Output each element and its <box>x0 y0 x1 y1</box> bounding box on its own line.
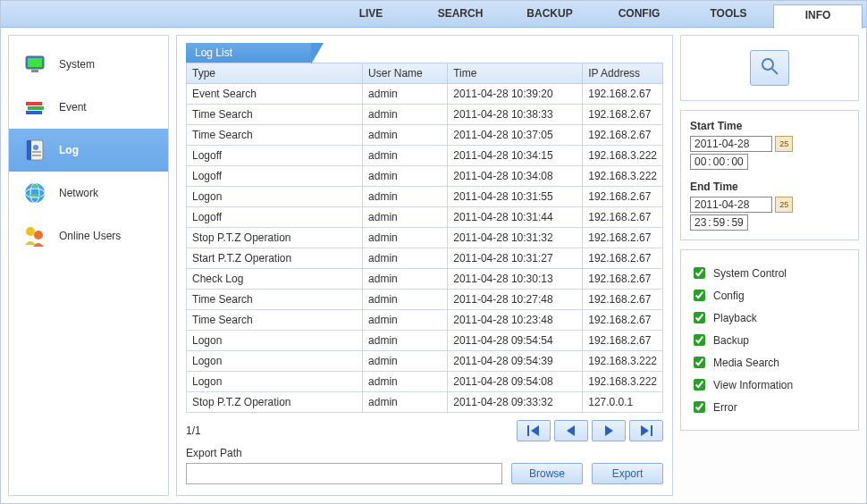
online-users-icon <box>23 224 46 248</box>
checkbox[interactable] <box>694 379 705 391</box>
cell-ip: 192.168.2.67 <box>583 290 663 310</box>
top-tab-live[interactable]: LIVE <box>326 1 416 27</box>
end-time-input[interactable]: 23:59:59 <box>690 214 748 231</box>
export-path-input[interactable] <box>186 463 502 484</box>
cell-time: 2011-04-28 09:33:32 <box>448 392 583 413</box>
cell-type: Logon <box>187 331 363 351</box>
end-ss[interactable]: 59 <box>729 216 745 229</box>
search-button[interactable] <box>750 50 789 86</box>
table-row[interactable]: Logonadmin2011-04-28 09:54:08192.168.3.2… <box>187 372 663 392</box>
cell-type: Time Search <box>187 125 363 146</box>
start-date-input[interactable]: 2011-04-28 <box>690 136 772 152</box>
svg-point-15 <box>34 231 43 239</box>
event-icon <box>23 96 46 119</box>
sidebar-item-log[interactable]: Log <box>9 129 168 172</box>
start-hh[interactable]: 00 <box>693 155 708 168</box>
cell-user: admin <box>363 146 448 166</box>
table-row[interactable]: Check Logadmin2011-04-28 10:30:13192.168… <box>187 269 663 290</box>
checkbox-label: System Control <box>713 267 787 280</box>
table-row[interactable]: Time Searchadmin2011-04-28 10:23:48192.1… <box>187 310 663 331</box>
table-row[interactable]: Logonadmin2011-04-28 10:31:55192.168.2.6… <box>187 187 663 207</box>
category-checkbox-error[interactable]: Error <box>690 399 849 416</box>
svg-rect-9 <box>32 151 41 153</box>
table-row[interactable]: Event Searchadmin2011-04-28 10:39:20192.… <box>187 84 663 105</box>
start-mm[interactable]: 00 <box>711 155 727 168</box>
cell-user: admin <box>363 228 448 248</box>
cell-ip: 192.168.2.67 <box>583 125 663 146</box>
top-tab-search[interactable]: SEARCH <box>416 1 505 27</box>
table-row[interactable]: Logonadmin2011-04-28 09:54:54192.168.2.6… <box>187 331 663 351</box>
top-tab-config[interactable]: CONFIG <box>594 1 684 27</box>
col-header-time: Time <box>448 63 583 84</box>
cell-user: admin <box>363 187 448 207</box>
sidebar-item-online-users[interactable]: Online Users <box>9 214 168 257</box>
cell-ip: 192.168.2.67 <box>583 269 663 290</box>
cell-type: Logon <box>187 351 363 372</box>
category-checkbox-config[interactable]: Config <box>690 287 849 304</box>
table-row[interactable]: Start P.T.Z Operationadmin2011-04-28 10:… <box>187 248 663 269</box>
cell-ip: 192.168.3.222 <box>583 351 663 372</box>
table-row[interactable]: Logoffadmin2011-04-28 10:34:15192.168.3.… <box>187 146 663 166</box>
category-checkbox-system-control[interactable]: System Control <box>690 265 849 281</box>
checkbox[interactable] <box>694 357 705 368</box>
checkbox[interactable] <box>694 334 705 346</box>
sidebar-item-label: System <box>59 58 95 71</box>
category-checkbox-view-information[interactable]: View Information <box>690 376 849 393</box>
start-time-input[interactable]: 00:00:00 <box>690 154 748 170</box>
end-hh[interactable]: 23 <box>693 216 708 229</box>
sidebar-item-network[interactable]: Network <box>9 172 168 214</box>
cell-user: admin <box>363 248 448 269</box>
start-ss[interactable]: 00 <box>729 155 745 168</box>
cell-ip: 192.168.2.67 <box>583 228 663 248</box>
prev-page-button[interactable] <box>554 420 588 441</box>
system-icon <box>23 53 46 76</box>
start-date-picker-button[interactable]: 25 <box>775 136 793 152</box>
end-mm[interactable]: 59 <box>711 216 727 229</box>
cell-type: Start P.T.Z Operation <box>187 248 363 269</box>
top-tab-backup[interactable]: BACKUP <box>505 1 594 27</box>
table-row[interactable]: Stop P.T.Z Operationadmin2011-04-28 10:3… <box>187 228 663 248</box>
last-page-button[interactable] <box>629 420 663 441</box>
next-page-button[interactable] <box>592 420 626 441</box>
table-row[interactable]: Logoffadmin2011-04-28 10:34:08192.168.3.… <box>187 166 663 187</box>
end-date-picker-button[interactable]: 25 <box>775 197 793 213</box>
checkbox-label: View Information <box>713 379 793 391</box>
cell-time: 2011-04-28 09:54:08 <box>448 372 583 392</box>
cell-time: 2011-04-28 10:31:27 <box>448 248 583 269</box>
time-range-box: Start Time 2011-04-28 25 00:00:00 End Ti… <box>680 110 859 240</box>
checkbox[interactable] <box>694 267 705 279</box>
table-row[interactable]: Logoffadmin2011-04-28 10:31:44192.168.2.… <box>187 207 663 228</box>
svg-point-8 <box>33 145 38 150</box>
col-header-user: User Name <box>363 63 448 84</box>
cell-time: 2011-04-28 10:31:32 <box>448 228 583 248</box>
app-window: LIVESEARCHBACKUPCONFIGTOOLSINFO SystemEv… <box>0 0 867 504</box>
category-checkbox-backup[interactable]: Backup <box>690 332 849 349</box>
cell-user: admin <box>363 331 448 351</box>
start-time-label: Start Time <box>690 120 849 132</box>
table-row[interactable]: Stop P.T.Z Operationadmin2011-04-28 09:3… <box>187 392 663 413</box>
export-button[interactable]: Export <box>592 463 663 484</box>
svg-marker-19 <box>605 425 613 436</box>
first-page-button[interactable] <box>517 420 551 441</box>
table-row[interactable]: Logonadmin2011-04-28 09:54:39192.168.3.2… <box>187 351 663 372</box>
cell-type: Logoff <box>187 166 363 187</box>
top-tab-info[interactable]: INFO <box>773 4 863 29</box>
cell-user: admin <box>363 351 448 372</box>
table-row[interactable]: Time Searchadmin2011-04-28 10:37:05192.1… <box>187 125 663 146</box>
sidebar-item-event[interactable]: Event <box>9 86 168 129</box>
cell-user: admin <box>363 125 448 146</box>
top-tab-tools[interactable]: TOOLS <box>684 1 773 27</box>
cell-ip: 192.168.2.67 <box>583 207 663 228</box>
category-checkbox-playback[interactable]: Playback <box>690 309 849 326</box>
checkbox[interactable] <box>694 290 705 301</box>
end-date-input[interactable]: 2011-04-28 <box>690 197 772 213</box>
sidebar-item-system[interactable]: System <box>9 43 168 86</box>
svg-point-22 <box>762 59 773 70</box>
checkbox[interactable] <box>694 312 705 323</box>
table-row[interactable]: Time Searchadmin2011-04-28 10:27:48192.1… <box>187 290 663 310</box>
browse-button[interactable]: Browse <box>511 463 583 484</box>
category-checkbox-media-search[interactable]: Media Search <box>690 354 849 371</box>
checkbox[interactable] <box>694 401 705 413</box>
network-icon <box>23 181 46 205</box>
table-row[interactable]: Time Searchadmin2011-04-28 10:38:33192.1… <box>187 105 663 125</box>
